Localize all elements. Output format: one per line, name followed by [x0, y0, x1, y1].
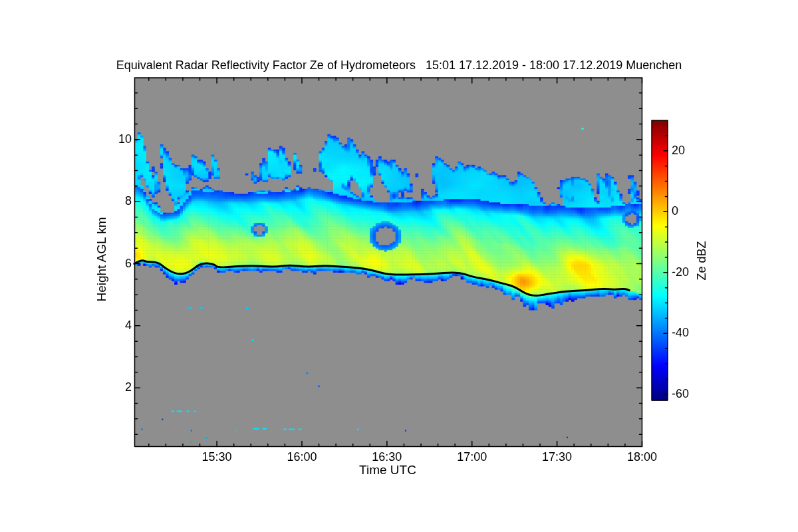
colorbar-tick-label: 20	[672, 144, 705, 158]
y-tick-label: 8	[105, 194, 132, 208]
y-tick-label: 10	[105, 132, 132, 146]
x-tick-label: 16:00	[279, 450, 325, 464]
y-tick-label: 2	[105, 380, 132, 394]
colorbar-label: Ze dBZ	[695, 221, 710, 301]
radar-reflectivity-figure: Equivalent Radar Reflectivity Factor Ze …	[0, 0, 798, 532]
colorbar-tick-label: -40	[672, 326, 705, 340]
y-tick-label: 6	[105, 257, 132, 271]
x-axis-label: Time UTC	[321, 463, 454, 477]
chart-title: Equivalent Radar Reflectivity Factor Ze …	[0, 59, 798, 72]
colorbar-tick-label: 0	[672, 204, 705, 218]
colorbar-tick-label: -60	[672, 387, 705, 401]
x-tick-label: 17:30	[534, 450, 581, 464]
x-tick-label: 15:30	[194, 450, 240, 464]
x-tick-label: 18:00	[619, 450, 666, 464]
colorbar-tick-label: -20	[672, 265, 705, 279]
x-tick-label: 16:30	[364, 450, 410, 464]
y-tick-label: 4	[105, 319, 132, 332]
x-tick-label: 17:00	[449, 450, 495, 464]
